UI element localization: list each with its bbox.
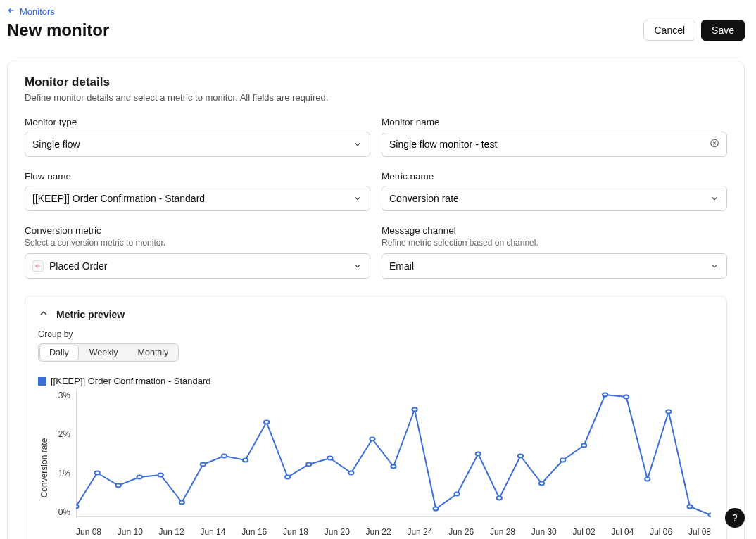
svg-point-24 (94, 471, 99, 475)
chevron-down-icon (353, 261, 363, 271)
help-button[interactable]: ? (725, 508, 745, 528)
svg-point-38 (391, 465, 396, 469)
svg-point-25 (116, 484, 121, 488)
conversion-metric-value: Placed Order (49, 260, 107, 272)
svg-point-51 (666, 410, 671, 414)
section-title: Monitor details (25, 75, 727, 89)
svg-point-43 (497, 497, 502, 500)
svg-point-36 (348, 471, 353, 475)
monitor-type-value: Single flow (32, 139, 80, 150)
group-by-label: Group by (38, 329, 714, 339)
svg-point-27 (158, 474, 163, 477)
svg-point-32 (264, 421, 269, 424)
message-channel-label: Message channel (382, 225, 727, 236)
legend-swatch-icon (38, 377, 46, 386)
group-by-daily[interactable]: Daily (39, 345, 79, 360)
x-tick-label: Jun 22 (366, 527, 391, 537)
conversion-metric-helper: Select a conversion metric to monitor. (25, 238, 370, 248)
svg-point-37 (370, 438, 374, 441)
message-channel-select[interactable]: Email (382, 253, 727, 279)
x-tick-label: Jun 30 (531, 527, 557, 537)
svg-point-44 (518, 455, 523, 458)
monitor-name-label: Monitor name (382, 117, 727, 127)
svg-point-23 (76, 505, 79, 509)
svg-point-30 (222, 455, 227, 458)
y-tick-label: 3% (58, 391, 70, 400)
monitor-name-input-wrap[interactable] (382, 132, 727, 157)
save-button[interactable]: Save (701, 20, 745, 41)
flow-name-select[interactable]: [[KEEP]] Order Confirmation - Standard (25, 186, 370, 211)
conversion-metric-label: Conversion metric (25, 225, 370, 236)
metric-tag-icon (32, 260, 44, 272)
message-channel-value: Email (389, 260, 414, 272)
x-tick-label: Jul 04 (611, 527, 634, 537)
svg-point-29 (201, 463, 206, 467)
svg-point-40 (434, 507, 439, 511)
chevron-down-icon (353, 194, 363, 203)
x-tick-label: Jul 06 (650, 527, 672, 537)
svg-point-45 (539, 482, 544, 486)
metric-preview-panel: Metric preview Group by Daily Weekly Mon… (25, 296, 727, 539)
svg-point-46 (560, 459, 565, 462)
conversion-metric-select[interactable]: Placed Order (25, 253, 370, 279)
x-tick-label: Jul 08 (688, 527, 711, 537)
svg-point-42 (476, 452, 481, 456)
svg-point-53 (708, 514, 711, 517)
back-link-label: Monitors (20, 6, 55, 17)
svg-point-39 (412, 408, 417, 412)
y-tick-labels: 3%2%1%0% (51, 391, 73, 517)
svg-point-52 (687, 505, 692, 509)
y-tick-label: 1% (58, 469, 70, 478)
clear-icon[interactable] (710, 139, 719, 151)
x-tick-label: Jun 24 (407, 527, 432, 537)
svg-point-31 (243, 459, 248, 462)
page-title: New monitor (7, 20, 109, 40)
monitor-name-input[interactable] (389, 139, 701, 150)
x-tick-label: Jul 02 (573, 527, 596, 537)
cancel-button[interactable]: Cancel (643, 20, 695, 41)
y-axis-label: Conversion rate (39, 438, 49, 498)
line-chart (76, 391, 711, 517)
group-by-segmented-control: Daily Weekly Monthly (38, 343, 179, 362)
chart-legend: [[KEEP]] Order Confirmation - Standard (38, 376, 714, 386)
metric-name-value: Conversion rate (389, 193, 459, 204)
message-channel-helper: Refine metric selection based on channel… (382, 238, 727, 248)
x-tick-labels: Jun 08Jun 10Jun 12Jun 14Jun 16Jun 18Jun … (76, 527, 711, 537)
collapse-icon[interactable] (38, 307, 49, 321)
svg-point-48 (603, 393, 607, 397)
metric-name-label: Metric name (382, 171, 727, 182)
monitor-details-card: Monitor details Define monitor details a… (7, 61, 745, 539)
x-tick-label: Jun 12 (159, 527, 184, 537)
group-by-monthly[interactable]: Monthly (128, 345, 179, 360)
svg-point-49 (624, 395, 629, 399)
monitor-type-label: Monitor type (25, 117, 370, 127)
chevron-down-icon (710, 194, 719, 203)
group-by-weekly[interactable]: Weekly (80, 345, 128, 360)
section-subtitle: Define monitor details and select a metr… (25, 92, 727, 103)
chevron-down-icon (710, 261, 719, 271)
monitor-type-select[interactable]: Single flow (25, 132, 370, 157)
chart-area: Conversion rate 3%2%1%0% Jun 08Jun 10Jun… (38, 391, 714, 539)
svg-point-35 (327, 457, 332, 460)
arrow-left-icon (7, 6, 15, 17)
svg-point-41 (455, 493, 460, 496)
y-tick-label: 2% (58, 429, 70, 439)
y-tick-label: 0% (58, 507, 70, 517)
x-tick-label: Jun 16 (241, 527, 267, 537)
x-tick-label: Jun 18 (283, 527, 308, 537)
svg-point-26 (137, 476, 142, 479)
x-tick-label: Jun 28 (490, 527, 515, 537)
svg-point-28 (179, 501, 184, 505)
chevron-down-icon (353, 139, 363, 149)
svg-point-50 (645, 478, 650, 481)
svg-point-33 (285, 476, 290, 479)
preview-title: Metric preview (56, 309, 125, 320)
svg-point-34 (306, 463, 311, 467)
flow-name-label: Flow name (25, 171, 370, 182)
x-tick-label: Jun 08 (76, 527, 101, 537)
metric-name-select[interactable]: Conversion rate (382, 186, 727, 211)
legend-series-label: [[KEEP]] Order Confirmation - Standard (51, 376, 211, 386)
flow-name-value: [[KEEP]] Order Confirmation - Standard (32, 193, 205, 204)
back-to-monitors-link[interactable]: Monitors (7, 6, 55, 17)
x-tick-label: Jun 26 (448, 527, 474, 537)
